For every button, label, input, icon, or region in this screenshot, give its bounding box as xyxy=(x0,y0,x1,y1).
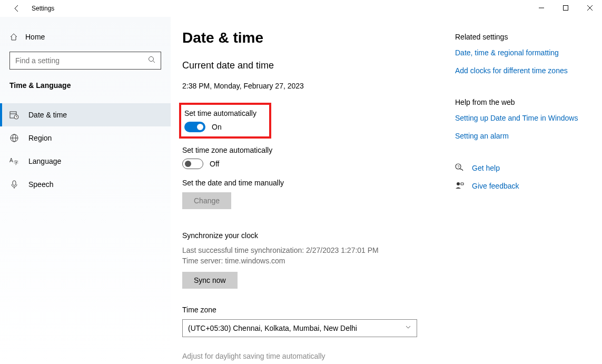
nav-item-speech[interactable]: Speech xyxy=(0,173,171,196)
sync-heading: Synchronize your clock xyxy=(182,231,435,240)
category-title: Time & Language xyxy=(0,81,171,90)
nav-item-language[interactable]: A字 Language xyxy=(0,150,171,173)
window-title: Settings xyxy=(32,5,54,12)
feedback-icon xyxy=(455,181,465,191)
help-link-alarm[interactable]: Setting an alarm xyxy=(455,132,602,140)
related-link-clocks[interactable]: Add clocks for different time zones xyxy=(455,66,602,75)
auto-time-label: Set time automatically xyxy=(184,109,264,117)
timezone-heading: Time zone xyxy=(182,306,435,314)
nav-item-region[interactable]: Region xyxy=(0,126,171,150)
svg-text:字: 字 xyxy=(14,160,18,165)
time-server-text: Time server: time.windows.com xyxy=(182,255,435,266)
nav-label: Region xyxy=(28,134,52,142)
home-label: Home xyxy=(25,33,45,41)
manual-datetime-label: Set the date and time manually xyxy=(182,179,435,187)
timezone-select[interactable]: (UTC+05:30) Chennai, Kolkata, Mumbai, Ne… xyxy=(182,319,417,337)
nav-label: Language xyxy=(28,157,61,165)
home-icon xyxy=(9,33,18,41)
dst-label: Adjust for daylight saving time automati… xyxy=(182,352,435,360)
svg-text:?: ? xyxy=(457,164,460,169)
svg-rect-16 xyxy=(13,181,16,185)
auto-tz-label: Set time zone automatically xyxy=(182,146,435,154)
last-sync-text: Last successful time synchronization: 2/… xyxy=(182,245,435,255)
svg-line-5 xyxy=(153,61,155,63)
page-title: Date & time xyxy=(182,29,435,46)
close-icon xyxy=(587,5,593,11)
datetime-icon xyxy=(9,110,19,120)
search-input-container[interactable] xyxy=(9,52,161,70)
highlighted-setting: Set time automatically On xyxy=(179,103,271,139)
minimize-icon xyxy=(539,5,544,11)
svg-point-20 xyxy=(457,182,460,185)
globe-icon xyxy=(9,133,19,143)
svg-rect-1 xyxy=(564,6,568,11)
change-button: Change xyxy=(182,192,231,209)
related-settings-heading: Related settings xyxy=(455,33,602,41)
current-datetime-heading: Current date and time xyxy=(182,60,435,71)
minimize-button[interactable] xyxy=(529,0,554,16)
maximize-icon xyxy=(563,5,568,11)
svg-rect-21 xyxy=(461,183,463,185)
nav-label: Speech xyxy=(28,180,53,189)
help-icon: ? xyxy=(455,163,465,173)
sidebar: Home Time & Language Date & time Region xyxy=(0,17,171,364)
maximize-button[interactable] xyxy=(554,0,578,16)
microphone-icon xyxy=(9,180,19,189)
auto-time-toggle[interactable] xyxy=(184,122,205,132)
search-input[interactable] xyxy=(10,56,161,65)
help-web-heading: Help from the web xyxy=(455,98,602,106)
chevron-down-icon xyxy=(405,324,411,332)
auto-tz-state: Off xyxy=(210,160,219,168)
language-icon: A字 xyxy=(9,156,19,166)
search-icon xyxy=(148,56,155,65)
get-help-link[interactable]: Get help xyxy=(472,164,500,172)
auto-time-state: On xyxy=(212,123,222,131)
help-link-datetime[interactable]: Setting up Date and Time in Windows xyxy=(455,114,602,122)
sync-now-button[interactable]: Sync now xyxy=(182,272,238,289)
close-button[interactable] xyxy=(578,0,602,16)
nav-label: Date & time xyxy=(28,111,67,119)
give-feedback-link[interactable]: Give feedback xyxy=(472,182,519,190)
timezone-selected-value: (UTC+05:30) Chennai, Kolkata, Mumbai, Ne… xyxy=(188,324,357,332)
svg-point-4 xyxy=(149,57,154,62)
arrow-left-icon xyxy=(13,4,21,13)
svg-text:A: A xyxy=(9,158,13,163)
back-button[interactable] xyxy=(8,0,25,17)
current-datetime-value: 2:38 PM, Monday, February 27, 2023 xyxy=(182,82,435,90)
related-link-formatting[interactable]: Date, time & regional formatting xyxy=(455,48,602,57)
auto-tz-toggle[interactable] xyxy=(182,159,203,169)
home-link[interactable]: Home xyxy=(0,26,171,47)
nav-item-date-time[interactable]: Date & time xyxy=(0,103,171,126)
